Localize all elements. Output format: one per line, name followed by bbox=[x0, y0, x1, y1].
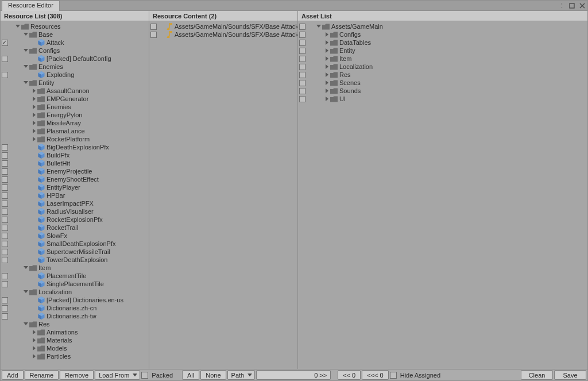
arrow-right-icon[interactable] bbox=[324, 32, 330, 37]
arrow-right-icon[interactable] bbox=[324, 72, 330, 78]
arrow-right-icon[interactable] bbox=[31, 104, 37, 110]
row-checkbox[interactable] bbox=[2, 193, 8, 199]
arrow-down-icon[interactable] bbox=[23, 321, 29, 327]
tree-item[interactable]: Configs bbox=[1, 47, 148, 55]
tree-item[interactable]: BuildPfx bbox=[1, 151, 148, 159]
tree-item[interactable]: Models bbox=[1, 344, 148, 352]
tree-item[interactable]: Res bbox=[1, 320, 148, 328]
tree-item[interactable]: EnemyShootEffect bbox=[1, 175, 148, 183]
row-checkbox[interactable] bbox=[299, 24, 305, 30]
arrow-down-icon[interactable] bbox=[23, 289, 29, 295]
tree-item[interactable]: PlacementTile bbox=[1, 272, 148, 280]
tree-item[interactable]: SinglePlacementTile bbox=[1, 280, 148, 288]
row-checkbox[interactable] bbox=[2, 56, 8, 62]
tree-item[interactable]: BigDeathExplosionPfx bbox=[1, 143, 148, 151]
row-checkbox[interactable] bbox=[2, 152, 8, 159]
tree-item[interactable]: Entity bbox=[298, 47, 586, 55]
remove-button[interactable]: Remove bbox=[60, 370, 94, 380]
row-checkbox[interactable] bbox=[2, 273, 8, 279]
tree-item[interactable]: Attack bbox=[1, 39, 148, 47]
arrow-right-icon[interactable] bbox=[31, 136, 37, 142]
tree-item[interactable]: [Packed] Dictionaries.en-us bbox=[1, 296, 148, 304]
row-checkbox[interactable] bbox=[2, 201, 8, 207]
tree-item[interactable]: Localization bbox=[1, 288, 148, 296]
tree-item[interactable]: [Packed] DefaultConfig bbox=[1, 55, 148, 63]
tree-item[interactable]: DataTables bbox=[298, 39, 586, 47]
tree-item[interactable]: RocketExplosionPfx bbox=[1, 215, 148, 224]
row-checkbox[interactable] bbox=[2, 313, 8, 320]
tree-item[interactable]: RocketTrail bbox=[1, 224, 148, 232]
resource-list-tree[interactable]: ResourcesBaseAttackConfigs[Packed] Defau… bbox=[1, 21, 149, 369]
all-button[interactable]: All bbox=[182, 370, 199, 380]
tree-item[interactable]: Exploding bbox=[1, 71, 148, 79]
row-checkbox[interactable] bbox=[299, 72, 305, 78]
arrow-down-icon[interactable] bbox=[23, 64, 29, 70]
packed-checkbox[interactable] bbox=[141, 372, 148, 379]
arrow-right-icon[interactable] bbox=[324, 80, 330, 86]
arrow-right-icon[interactable] bbox=[324, 64, 330, 70]
none-button[interactable]: None bbox=[200, 370, 226, 380]
row-checkbox[interactable] bbox=[299, 80, 305, 86]
row-checkbox[interactable] bbox=[2, 225, 8, 231]
row-checkbox[interactable] bbox=[2, 176, 8, 183]
row-checkbox[interactable] bbox=[2, 249, 8, 255]
tree-item[interactable]: Animations bbox=[1, 328, 148, 336]
tree-item[interactable]: Item bbox=[298, 55, 586, 63]
row-checkbox[interactable] bbox=[2, 209, 8, 215]
backall-button[interactable]: <<< 0 bbox=[362, 370, 388, 380]
arrow-right-icon[interactable] bbox=[31, 345, 37, 351]
tree-item[interactable]: Sounds bbox=[298, 87, 586, 95]
row-checkbox[interactable] bbox=[2, 305, 8, 311]
arrow-right-icon[interactable] bbox=[31, 128, 37, 134]
resource-content-tree[interactable]: Assets/GameMain/Sounds/SFX/Base Attack/b… bbox=[149, 21, 297, 369]
asset-list-tree[interactable]: Assets/GameMainConfigsDataTablesEntityIt… bbox=[298, 21, 587, 369]
row-checkbox[interactable] bbox=[299, 56, 305, 62]
tree-item[interactable]: Enemies bbox=[1, 63, 148, 71]
tree-item[interactable]: EnergyPylon bbox=[1, 111, 148, 119]
window-tab[interactable]: Resource Editor bbox=[2, 1, 60, 11]
tree-item[interactable]: Materials bbox=[1, 336, 148, 344]
arrow-down-icon[interactable] bbox=[23, 32, 29, 37]
tree-item[interactable]: HPBar bbox=[1, 191, 148, 199]
tree-item[interactable]: RadiusVisualiser bbox=[1, 207, 148, 215]
tree-item[interactable]: Item bbox=[1, 264, 148, 272]
tree-item[interactable]: RocketPlatform bbox=[1, 135, 148, 143]
tree-item[interactable]: SupertowerMissileTrail bbox=[1, 248, 148, 256]
window-menu-icon[interactable]: ⋮ bbox=[556, 1, 567, 11]
arrow-right-icon[interactable] bbox=[324, 40, 330, 45]
tree-item[interactable]: TowerDeathExplosion bbox=[1, 256, 148, 264]
tree-item[interactable]: Configs bbox=[298, 30, 586, 39]
row-checkbox[interactable] bbox=[2, 40, 8, 46]
rename-button[interactable]: Rename bbox=[25, 370, 59, 380]
row-checkbox[interactable] bbox=[2, 160, 8, 167]
row-checkbox[interactable] bbox=[299, 40, 305, 46]
tree-item[interactable]: Dictionaries.zh-tw bbox=[1, 312, 148, 320]
tree-item[interactable]: Resources bbox=[1, 22, 148, 30]
tree-item[interactable]: UI bbox=[298, 95, 586, 103]
tree-item[interactable]: Assets/GameMain/Sounds/SFX/Base Attack/z… bbox=[149, 30, 296, 39]
row-checkbox[interactable] bbox=[2, 241, 8, 247]
row-checkbox[interactable] bbox=[2, 184, 8, 191]
arrow-right-icon[interactable] bbox=[31, 96, 37, 102]
add-button[interactable]: Add bbox=[2, 370, 24, 380]
tree-item[interactable]: AssaultCannon bbox=[1, 87, 148, 95]
tree-item[interactable]: LaserImpactPFX bbox=[1, 199, 148, 207]
row-checkbox[interactable] bbox=[2, 72, 8, 78]
tree-item[interactable]: Particles bbox=[1, 352, 148, 360]
tree-item[interactable]: SlowFx bbox=[1, 232, 148, 240]
row-checkbox[interactable] bbox=[299, 48, 305, 54]
tree-item[interactable]: Scenes bbox=[298, 79, 586, 87]
window-close-icon[interactable] bbox=[577, 1, 587, 11]
tree-item[interactable]: PlasmaLance bbox=[1, 127, 148, 135]
tree-item[interactable]: SmallDeathExplosionPfx bbox=[1, 240, 148, 248]
arrow-right-icon[interactable] bbox=[31, 329, 37, 335]
row-checkbox[interactable] bbox=[2, 297, 8, 303]
arrow-right-icon[interactable] bbox=[31, 88, 37, 94]
tree-item[interactable]: Entity bbox=[1, 79, 148, 87]
tree-item[interactable]: Dictionaries.zh-cn bbox=[1, 304, 148, 312]
row-checkbox[interactable] bbox=[2, 257, 8, 263]
tree-item[interactable]: EnemyProjectile bbox=[1, 167, 148, 175]
tree-item[interactable]: BulletHit bbox=[1, 159, 148, 167]
row-checkbox[interactable] bbox=[299, 64, 305, 70]
row-checkbox[interactable] bbox=[150, 32, 157, 38]
